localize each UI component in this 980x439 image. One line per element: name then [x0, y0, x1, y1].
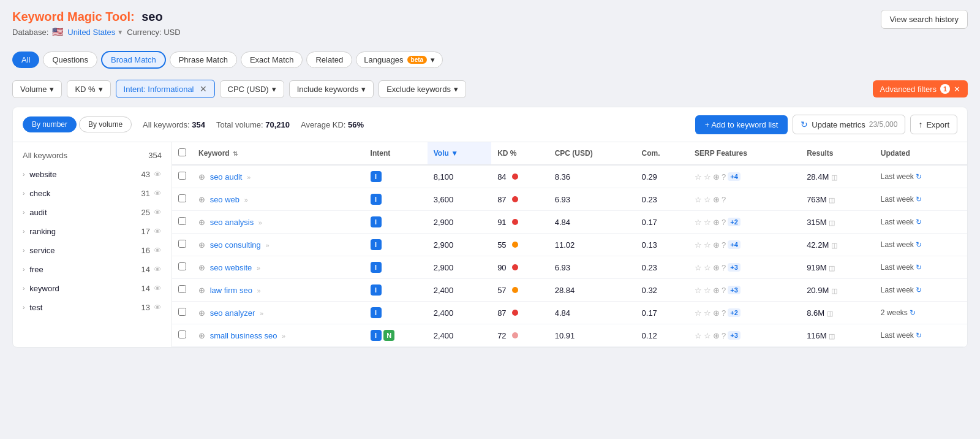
- tab-exact-match[interactable]: Exact Match: [241, 52, 303, 68]
- row-checkbox[interactable]: [178, 172, 186, 180]
- eye-icon[interactable]: 👁: [154, 303, 162, 312]
- group-by-number-button[interactable]: By number: [23, 116, 77, 132]
- include-keywords-filter[interactable]: Include keywords ▾: [289, 80, 374, 98]
- row-checkbox[interactable]: [178, 262, 186, 270]
- plus-icon[interactable]: ⊕: [198, 172, 205, 181]
- cpc-col-header[interactable]: CPC (USD): [549, 142, 636, 165]
- intent-close-icon[interactable]: ✕: [200, 84, 207, 94]
- view-history-button[interactable]: View search history: [881, 10, 968, 29]
- keyword-expand-icon[interactable]: »: [282, 332, 285, 340]
- tab-broad-match[interactable]: Broad Match: [101, 51, 166, 69]
- keyword-link[interactable]: small business seo: [210, 331, 277, 340]
- sidebar-item[interactable]: › test 13 👁: [13, 298, 172, 317]
- row-refresh-icon[interactable]: ↻: [916, 195, 922, 204]
- row-checkbox-cell[interactable]: [172, 324, 192, 347]
- serp-col-header[interactable]: SERP Features: [688, 142, 801, 165]
- row-refresh-icon[interactable]: ↻: [916, 331, 922, 340]
- keyword-link[interactable]: seo website: [210, 263, 252, 272]
- keyword-expand-icon[interactable]: »: [257, 264, 260, 272]
- tab-all[interactable]: All: [12, 52, 39, 68]
- row-refresh-icon[interactable]: ↻: [916, 240, 922, 249]
- exclude-keywords-filter[interactable]: Exclude keywords ▾: [379, 80, 466, 98]
- keyword-expand-icon[interactable]: »: [244, 196, 248, 204]
- row-checkbox[interactable]: [178, 194, 186, 202]
- keyword-expand-icon[interactable]: »: [265, 242, 269, 249]
- add-to-keyword-list-button[interactable]: + Add to keyword list: [695, 115, 788, 134]
- plus-icon[interactable]: ⊕: [198, 331, 205, 340]
- row-refresh-icon[interactable]: ↻: [916, 218, 922, 226]
- row-checkbox-cell[interactable]: [172, 234, 192, 256]
- export-button[interactable]: ↑ Export: [910, 115, 957, 134]
- keyword-link[interactable]: seo analyzer: [210, 308, 255, 318]
- sidebar-item[interactable]: › audit 25 👁: [13, 203, 172, 222]
- keyword-link[interactable]: law firm seo: [210, 286, 252, 295]
- keyword-link[interactable]: seo audit: [210, 172, 243, 181]
- intent-filter[interactable]: Intent: Informational ✕: [116, 80, 215, 98]
- kd-col-header[interactable]: KD %: [491, 142, 549, 165]
- eye-icon[interactable]: 👁: [154, 170, 162, 179]
- tab-questions[interactable]: Questions: [43, 52, 97, 68]
- row-checkbox[interactable]: [178, 240, 186, 248]
- plus-icon[interactable]: ⊕: [198, 263, 205, 272]
- keyword-col-header[interactable]: Keyword ⇅: [192, 142, 364, 165]
- eye-icon[interactable]: 👁: [154, 265, 162, 274]
- keyword-link[interactable]: seo analysis: [210, 218, 254, 227]
- com-col-header[interactable]: Com.: [636, 142, 689, 165]
- keyword-link[interactable]: seo web: [210, 195, 239, 204]
- row-refresh-icon[interactable]: ↻: [910, 308, 916, 317]
- volume-filter[interactable]: Volume ▾: [12, 80, 62, 98]
- keyword-expand-icon[interactable]: »: [260, 310, 263, 317]
- select-all-checkbox[interactable]: [178, 148, 186, 156]
- volume-col-header[interactable]: Volu ▼: [428, 142, 491, 165]
- eye-icon[interactable]: 👁: [154, 284, 162, 293]
- eye-icon[interactable]: 👁: [154, 227, 162, 236]
- languages-button[interactable]: Languages beta ▾: [356, 52, 443, 68]
- row-checkbox[interactable]: [178, 330, 186, 338]
- cpc-filter[interactable]: CPC (USD) ▾: [220, 80, 284, 98]
- advanced-filters-button[interactable]: Advanced filters 1 ✕: [873, 80, 968, 97]
- sidebar-item[interactable]: › service 16 👁: [13, 241, 172, 260]
- update-metrics-button[interactable]: ↻ Update metrics 23/5,000: [793, 115, 905, 134]
- row-checkbox-cell[interactable]: [172, 256, 192, 279]
- row-refresh-icon[interactable]: ↻: [916, 172, 922, 181]
- keyword-expand-icon[interactable]: »: [247, 174, 251, 181]
- sidebar-item[interactable]: › keyword 14 👁: [13, 279, 172, 298]
- sidebar-item[interactable]: › website 43 👁: [13, 165, 172, 184]
- eye-icon[interactable]: 👁: [154, 208, 162, 217]
- row-checkbox[interactable]: [178, 217, 186, 225]
- row-checkbox-cell[interactable]: [172, 165, 192, 188]
- plus-icon[interactable]: ⊕: [198, 286, 205, 295]
- sidebar-item[interactable]: › free 14 👁: [13, 260, 172, 279]
- advanced-filters-close-icon[interactable]: ✕: [954, 85, 960, 94]
- row-checkbox[interactable]: [178, 285, 186, 293]
- intent-badge: I: [371, 262, 382, 273]
- row-refresh-icon[interactable]: ↻: [916, 263, 922, 272]
- results-col-header[interactable]: Results: [801, 142, 875, 165]
- row-checkbox-cell[interactable]: [172, 211, 192, 234]
- tab-related[interactable]: Related: [306, 52, 352, 68]
- country-selector[interactable]: United States ▼: [67, 28, 123, 37]
- plus-icon[interactable]: ⊕: [198, 308, 205, 318]
- eye-icon[interactable]: 👁: [154, 189, 162, 198]
- kd-filter[interactable]: KD % ▾: [67, 80, 110, 98]
- keyword-expand-icon[interactable]: »: [258, 219, 262, 226]
- eye-icon[interactable]: 👁: [154, 246, 162, 255]
- intent-col-header[interactable]: Intent: [364, 142, 428, 165]
- group-by-volume-button[interactable]: By volume: [79, 116, 132, 132]
- sidebar-item[interactable]: › ranking 17 👁: [13, 222, 172, 241]
- plus-icon[interactable]: ⊕: [198, 218, 205, 227]
- sidebar-item[interactable]: › check 31 👁: [13, 184, 172, 203]
- keyword-expand-icon[interactable]: »: [257, 287, 261, 294]
- row-checkbox-cell[interactable]: [172, 279, 192, 302]
- keyword-link[interactable]: seo consulting: [210, 240, 261, 250]
- row-checkbox[interactable]: [178, 308, 186, 316]
- row-checkbox-cell[interactable]: [172, 302, 192, 324]
- row-refresh-icon[interactable]: ↻: [916, 286, 922, 294]
- plus-icon[interactable]: ⊕: [198, 240, 205, 250]
- select-all-header[interactable]: [172, 142, 192, 165]
- volume-sort-icon: ▼: [451, 149, 458, 158]
- row-checkbox-cell[interactable]: [172, 188, 192, 211]
- plus-icon[interactable]: ⊕: [198, 195, 205, 204]
- updated-col-header[interactable]: Updated: [875, 142, 967, 165]
- tab-phrase-match[interactable]: Phrase Match: [170, 52, 237, 68]
